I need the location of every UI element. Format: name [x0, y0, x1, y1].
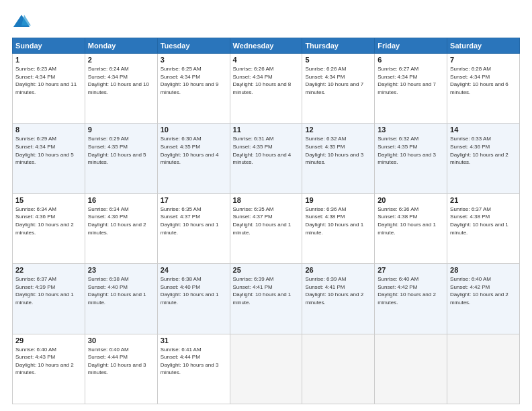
day-info: Sunrise: 6:40 AMSunset: 4:42 PMDaylight:… [450, 275, 517, 306]
day-info: Sunrise: 6:34 AMSunset: 4:36 PMDaylight:… [15, 205, 82, 236]
calendar-cell: 26Sunrise: 6:39 AMSunset: 4:41 PMDayligh… [302, 264, 375, 334]
day-info: Sunrise: 6:26 AMSunset: 4:34 PMDaylight:… [233, 65, 300, 96]
day-info: Sunrise: 6:31 AMSunset: 4:35 PMDaylight:… [233, 135, 300, 166]
calendar-week-5: 29Sunrise: 6:40 AMSunset: 4:43 PMDayligh… [13, 334, 520, 404]
day-info: Sunrise: 6:40 AMSunset: 4:44 PMDaylight:… [88, 346, 154, 377]
calendar-cell: 3Sunrise: 6:25 AMSunset: 4:34 PMDaylight… [157, 54, 230, 124]
day-number: 10 [161, 126, 227, 134]
day-number: 14 [450, 126, 517, 134]
day-info: Sunrise: 6:35 AMSunset: 4:37 PMDaylight:… [233, 205, 300, 236]
calendar-cell: 30Sunrise: 6:40 AMSunset: 4:44 PMDayligh… [85, 334, 157, 404]
calendar-cell: 19Sunrise: 6:36 AMSunset: 4:38 PMDayligh… [302, 193, 375, 263]
day-header-tuesday: Tuesday [157, 38, 230, 54]
day-header-thursday: Thursday [302, 38, 375, 54]
day-header-wednesday: Wednesday [230, 38, 302, 54]
calendar-cell: 10Sunrise: 6:30 AMSunset: 4:35 PMDayligh… [157, 124, 230, 193]
day-info: Sunrise: 6:24 AMSunset: 4:34 PMDaylight:… [88, 65, 154, 96]
day-number: 6 [378, 56, 444, 64]
calendar-cell: 29Sunrise: 6:40 AMSunset: 4:43 PMDayligh… [13, 334, 85, 404]
day-info: Sunrise: 6:40 AMSunset: 4:42 PMDaylight:… [378, 275, 444, 306]
day-number: 30 [88, 336, 154, 345]
day-number: 25 [233, 266, 300, 274]
day-info: Sunrise: 6:39 AMSunset: 4:41 PMDaylight:… [305, 275, 371, 306]
day-header-monday: Monday [85, 38, 157, 54]
day-header-friday: Friday [375, 38, 447, 54]
day-number: 17 [161, 196, 227, 204]
calendar-cell: 2Sunrise: 6:24 AMSunset: 4:34 PMDaylight… [85, 54, 157, 124]
calendar-cell: 23Sunrise: 6:38 AMSunset: 4:40 PMDayligh… [85, 264, 157, 334]
calendar-table: SundayMondayTuesdayWednesdayThursdayFrid… [12, 38, 520, 404]
day-info: Sunrise: 6:28 AMSunset: 4:34 PMDaylight:… [450, 65, 517, 96]
day-number: 26 [305, 266, 371, 274]
calendar-cell: 6Sunrise: 6:27 AMSunset: 4:34 PMDaylight… [375, 54, 447, 124]
day-info: Sunrise: 6:34 AMSunset: 4:36 PMDaylight:… [88, 205, 154, 236]
day-info: Sunrise: 6:41 AMSunset: 4:44 PMDaylight:… [161, 346, 227, 377]
page: SundayMondayTuesdayWednesdayThursdayFrid… [0, 0, 532, 411]
calendar-cell: 14Sunrise: 6:33 AMSunset: 4:36 PMDayligh… [447, 124, 520, 193]
day-number: 28 [450, 266, 517, 274]
day-info: Sunrise: 6:27 AMSunset: 4:34 PMDaylight:… [378, 65, 444, 96]
day-number: 22 [15, 266, 82, 274]
day-number: 15 [15, 196, 82, 204]
calendar-cell: 1Sunrise: 6:23 AMSunset: 4:34 PMDaylight… [13, 54, 85, 124]
day-number: 21 [450, 196, 517, 204]
calendar-cell: 21Sunrise: 6:37 AMSunset: 4:38 PMDayligh… [447, 193, 520, 263]
calendar-cell: 16Sunrise: 6:34 AMSunset: 4:36 PMDayligh… [85, 193, 157, 263]
day-info: Sunrise: 6:23 AMSunset: 4:34 PMDaylight:… [15, 65, 82, 96]
calendar-cell: 15Sunrise: 6:34 AMSunset: 4:36 PMDayligh… [13, 193, 85, 263]
day-info: Sunrise: 6:33 AMSunset: 4:36 PMDaylight:… [450, 135, 517, 166]
calendar-header-row: SundayMondayTuesdayWednesdayThursdayFrid… [13, 38, 520, 54]
day-number: 13 [378, 126, 444, 134]
day-header-sunday: Sunday [13, 38, 85, 54]
day-info: Sunrise: 6:37 AMSunset: 4:39 PMDaylight:… [15, 275, 82, 306]
day-header-saturday: Saturday [447, 38, 520, 54]
calendar-cell: 8Sunrise: 6:29 AMSunset: 4:34 PMDaylight… [13, 124, 85, 193]
header [12, 12, 520, 31]
calendar-cell: 22Sunrise: 6:37 AMSunset: 4:39 PMDayligh… [13, 264, 85, 334]
day-number: 19 [305, 196, 371, 204]
day-info: Sunrise: 6:37 AMSunset: 4:38 PMDaylight:… [450, 205, 517, 236]
day-number: 29 [15, 336, 82, 345]
day-number: 12 [305, 126, 371, 134]
day-number: 9 [88, 126, 154, 134]
day-info: Sunrise: 6:32 AMSunset: 4:35 PMDaylight:… [305, 135, 371, 166]
day-number: 23 [88, 266, 154, 274]
calendar-cell [375, 334, 447, 404]
logo-icon [12, 12, 31, 31]
day-info: Sunrise: 6:30 AMSunset: 4:35 PMDaylight:… [161, 135, 227, 166]
calendar-week-3: 15Sunrise: 6:34 AMSunset: 4:36 PMDayligh… [13, 193, 520, 263]
calendar-cell: 28Sunrise: 6:40 AMSunset: 4:42 PMDayligh… [447, 264, 520, 334]
day-number: 7 [450, 56, 517, 64]
calendar-cell: 13Sunrise: 6:32 AMSunset: 4:35 PMDayligh… [375, 124, 447, 193]
day-number: 2 [88, 56, 154, 64]
calendar-cell: 5Sunrise: 6:26 AMSunset: 4:34 PMDaylight… [302, 54, 375, 124]
day-number: 8 [15, 126, 82, 134]
day-number: 1 [15, 56, 82, 64]
day-number: 24 [161, 266, 227, 274]
calendar-cell: 27Sunrise: 6:40 AMSunset: 4:42 PMDayligh… [375, 264, 447, 334]
day-number: 20 [378, 196, 444, 204]
day-number: 16 [88, 196, 154, 204]
calendar-week-1: 1Sunrise: 6:23 AMSunset: 4:34 PMDaylight… [13, 54, 520, 124]
day-info: Sunrise: 6:38 AMSunset: 4:40 PMDaylight:… [88, 275, 154, 306]
day-number: 27 [378, 266, 444, 274]
calendar-cell: 20Sunrise: 6:36 AMSunset: 4:38 PMDayligh… [375, 193, 447, 263]
calendar-cell: 24Sunrise: 6:38 AMSunset: 4:40 PMDayligh… [157, 264, 230, 334]
day-info: Sunrise: 6:32 AMSunset: 4:35 PMDaylight:… [378, 135, 444, 166]
calendar-cell: 25Sunrise: 6:39 AMSunset: 4:41 PMDayligh… [230, 264, 302, 334]
calendar-cell [302, 334, 375, 404]
day-info: Sunrise: 6:39 AMSunset: 4:41 PMDaylight:… [233, 275, 300, 306]
calendar-cell: 12Sunrise: 6:32 AMSunset: 4:35 PMDayligh… [302, 124, 375, 193]
day-info: Sunrise: 6:36 AMSunset: 4:38 PMDaylight:… [305, 205, 371, 236]
calendar-cell: 4Sunrise: 6:26 AMSunset: 4:34 PMDaylight… [230, 54, 302, 124]
calendar-week-2: 8Sunrise: 6:29 AMSunset: 4:34 PMDaylight… [13, 124, 520, 193]
day-info: Sunrise: 6:35 AMSunset: 4:37 PMDaylight:… [161, 205, 227, 236]
day-number: 3 [161, 56, 227, 64]
calendar-cell [230, 334, 302, 404]
calendar-cell [447, 334, 520, 404]
calendar-cell: 7Sunrise: 6:28 AMSunset: 4:34 PMDaylight… [447, 54, 520, 124]
logo [12, 12, 34, 31]
day-info: Sunrise: 6:36 AMSunset: 4:38 PMDaylight:… [378, 205, 444, 236]
calendar-cell: 31Sunrise: 6:41 AMSunset: 4:44 PMDayligh… [157, 334, 230, 404]
day-info: Sunrise: 6:40 AMSunset: 4:43 PMDaylight:… [15, 346, 82, 377]
